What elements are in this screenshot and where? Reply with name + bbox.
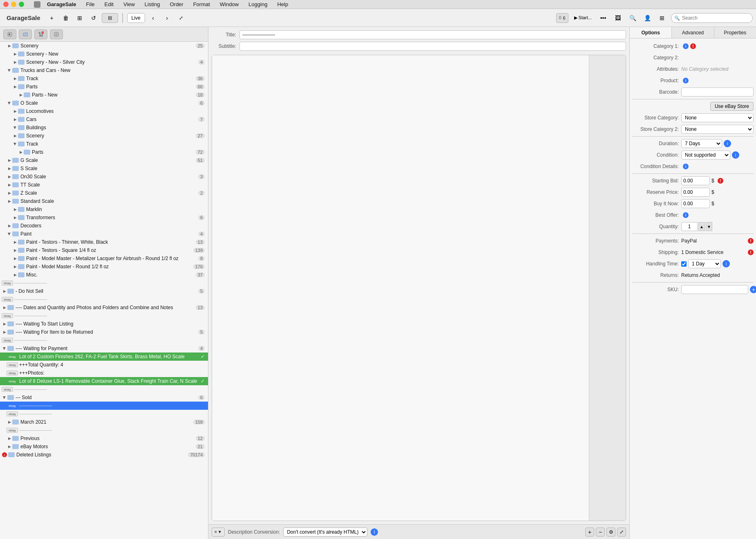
menu-order[interactable]: Order (168, 1, 185, 7)
trash-button[interactable]: 🗑 (60, 12, 72, 24)
sidebar-item-ebaymotors[interactable]: ▶eBay Motors21 (0, 442, 208, 451)
profile-button[interactable]: 👤 (642, 12, 653, 24)
menu-listing[interactable]: Listing (143, 1, 162, 7)
menu-format[interactable]: Format (192, 1, 212, 7)
search-button[interactable]: 🔍 (627, 12, 638, 24)
product-info[interactable]: i (683, 78, 689, 83)
sidebar-item-track1[interactable]: ▶Track36 (0, 74, 208, 83)
sidebar-item-buildings[interactable]: ▶Buildings (0, 124, 208, 132)
desc-conv-select[interactable]: Don't convert (It's already HTML) (283, 528, 367, 537)
sidebar-item-oscale[interactable]: ▶O Scale6 (0, 99, 208, 107)
sidebar-tool-add[interactable] (3, 29, 16, 39)
layout-button[interactable]: ⊞ (656, 12, 668, 24)
title-input[interactable] (239, 30, 626, 39)
sidebar-item-sscale[interactable]: ▶S Scale (0, 164, 208, 173)
sidebar-item-sold-sep2[interactable]: ebay-------------------- (0, 410, 208, 418)
sidebar-item-waiting-start[interactable]: ▶---- Waiting To Start Listing (0, 320, 208, 328)
refresh-button[interactable]: ↺ (88, 12, 99, 24)
duplicate-button[interactable]: ⊞ (74, 12, 85, 24)
sidebar-item-qty[interactable]: ebay+++Total Quantity: 4 (0, 361, 208, 369)
sidebar-item-parts1[interactable]: ▶Parts66 (0, 83, 208, 91)
live-button[interactable]: Live (127, 13, 145, 23)
search-input[interactable] (671, 13, 753, 23)
sidebar-item-track2[interactable]: ▶Track (0, 140, 208, 148)
menu-window[interactable]: Window (218, 1, 240, 7)
tab-properties[interactable]: Properties (714, 27, 756, 38)
start-button[interactable]: ▶ Start... (572, 12, 594, 24)
store-cat-select[interactable]: None (681, 113, 754, 122)
starting-bid-input[interactable] (681, 176, 710, 185)
sidebar-item-sep1[interactable]: ebay-------------------- (0, 279, 208, 287)
handling-time-select[interactable]: 1 Day (688, 259, 721, 268)
sku-add-btn[interactable]: + (750, 286, 756, 293)
footer-minus-btn[interactable]: − (596, 528, 605, 537)
sidebar-item-sep3[interactable]: ebay-------------------- (0, 312, 208, 320)
view-toggle[interactable]: ▤ (102, 13, 118, 23)
sidebar-item-parts-new[interactable]: ▶Parts - New18 (0, 91, 208, 99)
sidebar-item-previous[interactable]: ▶Previous12 (0, 434, 208, 442)
sidebar-item-on30scale[interactable]: ▶On30 Scale3 (0, 173, 208, 181)
tab-options[interactable]: Options (630, 27, 672, 38)
sidebar-item-sep2[interactable]: ebay-------------------- (0, 295, 208, 303)
sidebar-item-locos[interactable]: ▶Locomotives (0, 107, 208, 115)
expand-button[interactable]: ⤢ (175, 12, 187, 24)
best-offer-info[interactable]: i (683, 212, 689, 218)
sidebar-item-scenery-new-sc[interactable]: ▶Scenery - New - Silver City4 (0, 58, 208, 66)
nav-back[interactable]: ‹ (148, 12, 159, 24)
tab-advanced[interactable]: Advanced (672, 27, 714, 38)
menu-help[interactable]: Help (275, 1, 290, 7)
subtitle-input[interactable] (239, 42, 626, 51)
handling-info[interactable]: i (722, 260, 730, 267)
sidebar-item-paint[interactable]: ▶Paint4 (0, 230, 208, 238)
close-button[interactable] (3, 2, 9, 7)
sidebar-item-waiting-return[interactable]: ▶---- Waiting For Item to be Returned5 (0, 328, 208, 336)
sidebar-item-parts2[interactable]: ▶Parts72 (0, 148, 208, 156)
sidebar-item-scenery[interactable]: ▶Scenery25 (0, 42, 208, 50)
sidebar-item-scenery2[interactable]: ▶Scenery27 (0, 132, 208, 140)
sidebar-item-sold-sep3[interactable]: ebay-------------------- (0, 426, 208, 434)
sidebar-item-trucks[interactable]: ▶Trucks and Cars - New (0, 66, 208, 74)
sidebar-item-transformers[interactable]: ▶Transformers6 (0, 213, 208, 222)
condition-info[interactable]: i (732, 151, 739, 159)
quantity-up[interactable]: ▲ (698, 222, 705, 231)
sidebar-item-gscale[interactable]: ▶G Scale51 (0, 156, 208, 164)
menu-view[interactable]: View (122, 1, 136, 7)
sidebar-item-deleted[interactable]: ! Deleted Listings70174 (0, 451, 208, 459)
sidebar-item-sep4[interactable]: ebay-------------------- (0, 336, 208, 344)
footer-expand-btn[interactable]: ⤢ (617, 528, 626, 537)
conv-info-btn[interactable]: i (371, 528, 378, 536)
sidebar-item-scenery-new[interactable]: ▶Scenery - New (0, 50, 208, 58)
sidebar-tool-info[interactable]: i (50, 29, 63, 39)
store-cat2-select[interactable]: None (681, 125, 754, 134)
sidebar-item-paint-testors-square[interactable]: ▶Paint - Testors - Square 1/4 fl oz139 (0, 246, 208, 254)
sidebar-item-donotsell[interactable]: ▶- Do Not Sell5 (0, 287, 208, 295)
footer-settings-btn[interactable]: ⚙ (606, 528, 615, 537)
use-store-button[interactable]: Use eBay Store (710, 102, 754, 111)
handling-time-check[interactable] (681, 261, 687, 267)
duration-select[interactable]: 7 Days (681, 139, 722, 148)
nav-forward[interactable]: › (161, 12, 173, 24)
sidebar-item-cars[interactable]: ▶Cars7 (0, 115, 208, 124)
menu-logging[interactable]: Logging (247, 1, 269, 7)
category1-info[interactable]: i (683, 43, 689, 49)
reserve-price-input[interactable] (681, 188, 710, 197)
duration-info[interactable]: i (724, 140, 731, 147)
sku-input[interactable] (681, 285, 748, 294)
sidebar-item-decoders[interactable]: ▶Decoders (0, 222, 208, 230)
sidebar-item-lot2[interactable]: ebayLot of 2 Custom Finishes 262, FA-2 F… (0, 353, 208, 361)
sidebar-item-stdscale[interactable]: ▶Standard Scale (0, 197, 208, 205)
sidebar-item-lot8[interactable]: ebayLot of 8 Deluxe LS-1 Removable Conta… (0, 377, 208, 385)
sidebar-item-paint-mm-metalizer[interactable]: ▶Paint - Model Master - Metalizer Lacque… (0, 254, 208, 263)
sidebar-item-dates[interactable]: ▶---- Dates and Quantity and Photos and … (0, 303, 208, 312)
image-button[interactable]: 🖼 (612, 12, 624, 24)
add-button[interactable]: + (46, 12, 58, 24)
quantity-down[interactable]: ▼ (706, 222, 712, 231)
buy-it-now-input[interactable] (681, 199, 710, 208)
maximize-button[interactable] (19, 2, 24, 7)
sidebar-item-sold-sep1[interactable]: ebay-------------------- (0, 402, 208, 410)
sidebar-item-waiting-payment[interactable]: ▶---- Waiting for Payment4 (0, 344, 208, 353)
menu-file[interactable]: File (85, 1, 96, 7)
sidebar-item-zscale[interactable]: ▶Z Scale2 (0, 189, 208, 197)
sidebar-tool-folder[interactable] (19, 29, 32, 39)
sidebar-item-paint-testors-thinner[interactable]: ▶Paint - Testors - Thinner, White, Black… (0, 238, 208, 246)
